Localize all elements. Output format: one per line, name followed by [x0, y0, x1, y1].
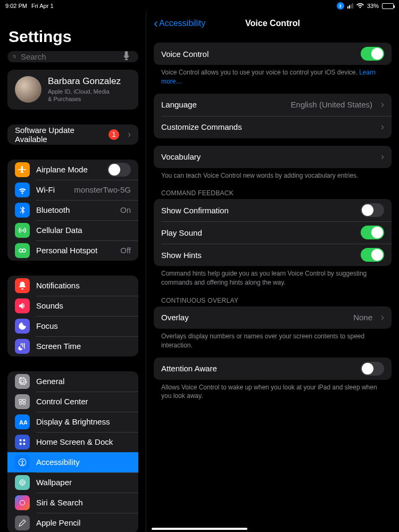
pencil-row[interactable]: Apple Pencil [7, 513, 138, 532]
control-center-row[interactable]: Control Center [7, 392, 138, 412]
siri-row[interactable]: Siri & Search [7, 493, 138, 513]
siri-label: Siri & Search [36, 498, 131, 507]
vocabulary-row[interactable]: Vocabulary › [154, 146, 392, 168]
search-field[interactable] [7, 51, 138, 62]
attention-toggle[interactable] [361, 362, 384, 376]
wallpaper-label: Wallpaper [36, 478, 131, 487]
svg-point-14 [21, 481, 24, 484]
screentime-label: Screen Time [36, 342, 131, 351]
home-indicator[interactable] [152, 528, 247, 530]
show-confirmation-label: Show Confirmation [161, 206, 354, 215]
show-confirmation-toggle[interactable] [361, 203, 384, 217]
settings-sidebar: Settings Barbara Gonzalez Apple ID, iClo… [0, 12, 146, 532]
svg-rect-7 [20, 439, 22, 441]
continuous-overlay-header: CONTINUOUS OVERLAY [146, 287, 399, 306]
chevron-right-icon: › [381, 99, 384, 110]
bluetooth-label: Bluetooth [36, 205, 114, 214]
sounds-row[interactable]: Sounds [7, 296, 138, 316]
software-update-row[interactable]: Software Update Available 1 › [7, 124, 138, 145]
search-input[interactable] [20, 52, 123, 62]
bluetooth-value: On [120, 205, 131, 214]
airplane-toggle[interactable] [107, 163, 131, 177]
general-icon [15, 374, 30, 389]
voice-control-label: Voice Control [161, 49, 354, 59]
hotspot-row[interactable]: Personal Hotspot Off [7, 240, 138, 261]
home-screen-icon [15, 435, 30, 450]
control-center-label: Control Center [36, 397, 131, 406]
airplane-row[interactable]: Airplane Mode [7, 160, 138, 180]
status-bar: 9:02 PM Fri Apr 1 33% [0, 0, 399, 12]
customize-commands-row[interactable]: Customize Commands › [154, 116, 392, 138]
overlay-row[interactable]: Overlay None › [154, 306, 392, 329]
play-sound-toggle[interactable] [361, 226, 384, 239]
apple-id-card[interactable]: Barbara Gonzalez Apple ID, iCloud, Media… [7, 70, 138, 110]
siri-icon [15, 495, 30, 510]
home-screen-label: Home Screen & Dock [36, 437, 131, 446]
notifications-icon [15, 278, 30, 293]
cellular-icon [15, 223, 30, 238]
airplane-icon [15, 162, 30, 177]
focus-row[interactable]: Focus [7, 316, 138, 336]
sounds-label: Sounds [36, 301, 131, 310]
chevron-right-icon: › [381, 121, 384, 132]
show-confirmation-row[interactable]: Show Confirmation [154, 199, 392, 221]
hotspot-value: Off [120, 246, 131, 255]
svg-point-15 [20, 500, 25, 505]
attention-footer: Allows Voice Control to wake up when you… [146, 380, 399, 401]
show-hints-label: Show Hints [161, 251, 354, 260]
notifications-row[interactable]: Notifications [7, 276, 138, 296]
airplane-label: Airplane Mode [36, 165, 101, 174]
general-row[interactable]: General [7, 371, 138, 392]
show-hints-toggle[interactable] [361, 248, 384, 262]
screentime-icon [15, 339, 30, 354]
svg-rect-8 [23, 439, 26, 441]
show-hints-row[interactable]: Show Hints [154, 244, 392, 266]
display-icon: AA [15, 414, 30, 429]
svg-text:AA: AA [19, 419, 27, 425]
update-badge: 1 [109, 129, 119, 140]
cellular-icon [347, 3, 353, 9]
voice-control-row[interactable]: Voice Control [154, 43, 392, 65]
battery-percent: 33% [367, 3, 379, 9]
language-row[interactable]: Language English (United States) › [154, 94, 392, 116]
wallpaper-row[interactable]: Wallpaper [7, 472, 138, 493]
battery-icon [382, 3, 394, 9]
play-sound-row[interactable]: Play Sound [154, 221, 392, 244]
attention-aware-row[interactable]: Attention Aware [154, 358, 392, 380]
wifi-row[interactable]: Wi-Fi monsterTwo-5G [7, 180, 138, 200]
accessibility-label: Accessibility [36, 458, 131, 467]
svg-point-4 [19, 402, 22, 404]
mic-icon[interactable] [123, 51, 133, 62]
wallpaper-icon [15, 475, 30, 490]
chevron-right-icon: › [381, 151, 384, 162]
hotspot-label: Personal Hotspot [36, 246, 114, 255]
cellular-row[interactable]: Cellular Data [7, 220, 138, 240]
hotspot-icon [15, 243, 30, 258]
chevron-right-icon: › [128, 129, 131, 140]
overlay-footer: Overlays display numbers or names over y… [146, 329, 399, 350]
pencil-icon [15, 516, 30, 530]
svg-point-0 [19, 249, 22, 252]
bluetooth-icon [337, 2, 344, 10]
svg-rect-2 [19, 399, 22, 401]
wifi-icon [356, 2, 364, 10]
focus-icon [15, 319, 30, 334]
wifi-value: monsterTwo-5G [74, 185, 131, 194]
search-icon [13, 53, 16, 61]
home-screen-row[interactable]: Home Screen & Dock [7, 432, 138, 452]
sounds-icon [15, 298, 30, 313]
voice-control-toggle[interactable] [361, 47, 384, 61]
bluetooth-row[interactable]: Bluetooth On [7, 200, 138, 220]
status-date: Fri Apr 1 [31, 3, 54, 9]
back-button[interactable]: ‹ Accessibility [154, 19, 205, 28]
status-time: 9:02 PM [5, 3, 27, 9]
svg-point-1 [22, 249, 26, 252]
avatar [15, 76, 41, 103]
svg-rect-10 [23, 443, 26, 445]
chevron-right-icon: › [381, 312, 384, 323]
svg-point-5 [23, 402, 26, 404]
accessibility-row[interactable]: Accessibility [7, 452, 138, 472]
display-row[interactable]: AA Display & Brightness [7, 412, 138, 432]
svg-point-12 [22, 460, 23, 461]
screentime-row[interactable]: Screen Time [7, 336, 138, 356]
